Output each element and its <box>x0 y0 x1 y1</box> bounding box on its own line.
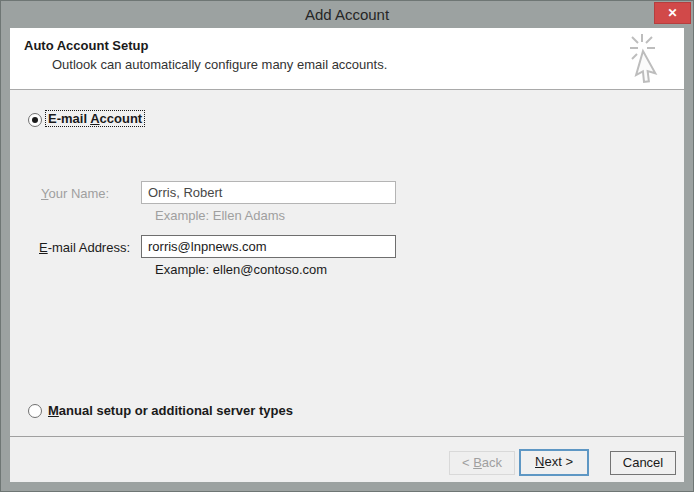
close-icon: ✕ <box>667 6 677 20</box>
email-address-example: Example: ellen@contoso.com <box>155 262 327 277</box>
manual-setup-label[interactable]: Manual setup or additional server types <box>48 403 293 418</box>
dialog-body: Auto Account Setup Outlook can automatic… <box>10 28 684 482</box>
cancel-button[interactable]: Cancel <box>610 451 676 475</box>
wizard-content: E-mail Account Your Name: Example: Ellen… <box>10 91 684 437</box>
page-title: Auto Account Setup <box>24 38 148 53</box>
auto-setup-sparkle-cursor-icon <box>628 32 678 90</box>
button-bar: < Back Next > Cancel <box>10 436 684 482</box>
your-name-example: Example: Ellen Adams <box>155 208 285 223</box>
wizard-header: Auto Account Setup Outlook can automatic… <box>10 28 684 90</box>
your-name-label: Your Name: <box>41 186 109 201</box>
manual-setup-radio[interactable] <box>28 404 42 418</box>
email-address-input[interactable] <box>141 235 396 258</box>
email-account-label[interactable]: E-mail Account <box>46 111 144 126</box>
email-address-label: E-mail Address: <box>39 240 130 255</box>
your-name-input[interactable] <box>141 181 396 204</box>
close-button[interactable]: ✕ <box>654 2 691 24</box>
back-button: < Back <box>449 451 515 475</box>
next-button[interactable]: Next > <box>519 449 589 476</box>
titlebar[interactable]: Add Account <box>1 1 693 28</box>
add-account-dialog: Add Account ✕ Auto Account Setup Outlook… <box>0 0 694 492</box>
window-title: Add Account <box>1 1 693 28</box>
page-subtitle: Outlook can automatically configure many… <box>52 57 387 72</box>
email-account-radio[interactable] <box>28 113 42 127</box>
